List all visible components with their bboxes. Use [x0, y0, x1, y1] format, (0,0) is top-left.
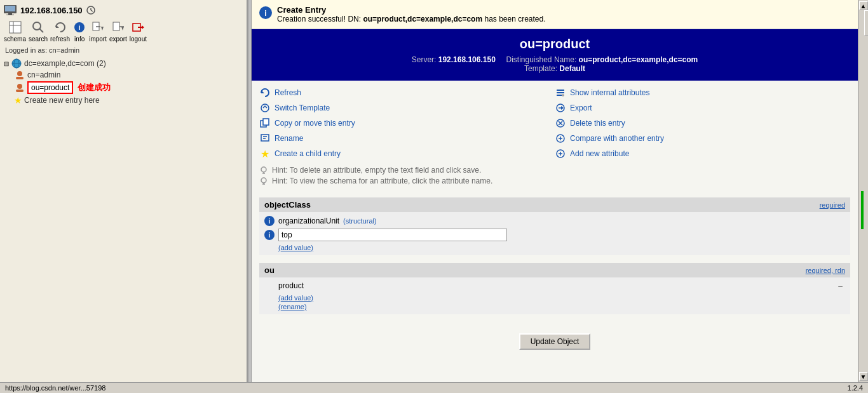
tree-root[interactable]: ⊟ dc=example,dc=com (2)	[4, 58, 243, 69]
svg-marker-31	[261, 90, 264, 93]
svg-text:i: i	[79, 23, 81, 31]
scroll-thumb[interactable]	[864, 10, 869, 36]
action-show-internal-label: Show internal attributes	[570, 88, 649, 97]
search-icon	[31, 20, 45, 34]
action-switch-template[interactable]: Switch Template	[259, 102, 555, 114]
svg-line-6	[91, 10, 93, 11]
new-entry-label: Create new entry here	[24, 96, 100, 105]
tree-root-label: dc=example,dc=com (2)	[24, 59, 106, 68]
tree-area: ⊟ dc=example,dc=com (2) cn=admin	[3, 55, 244, 380]
action-copy-move-label: Copy or move this entry	[275, 119, 355, 128]
scrollbar[interactable]: ▲ ▼	[858, 0, 868, 382]
svg-point-29	[17, 84, 22, 89]
export-label: export	[109, 36, 127, 43]
svg-point-32	[261, 104, 269, 112]
import-button[interactable]: import	[89, 20, 107, 43]
export-action-icon	[555, 103, 566, 113]
schema-button[interactable]: schema	[4, 20, 26, 43]
attr-info-icon-ou[interactable]: i	[264, 216, 275, 226]
attr-row-top: i	[264, 229, 845, 241]
svg-rect-1	[5, 6, 15, 11]
hint-bulb-icon-1	[259, 166, 268, 175]
svg-line-11	[39, 29, 43, 32]
attr-header-objectclass: objectClass required	[259, 197, 850, 212]
clock-icon	[86, 6, 95, 15]
banner-dn: ou=product,dc=example,dc=com	[363, 15, 482, 23]
action-show-internal[interactable]: Show internal attributes	[555, 87, 850, 98]
add-value-objectclass[interactable]: (add value)	[278, 244, 845, 251]
refresh-label: refresh	[50, 36, 70, 43]
rename-ou[interactable]: (rename)	[278, 303, 845, 310]
banner-info-icon: i	[259, 6, 272, 19]
ou-icon	[14, 83, 25, 93]
switch-template-icon	[260, 103, 270, 113]
entry-meta: Server: 192.168.106.150 Distinguished Na…	[259, 55, 850, 64]
attr-input-top[interactable]	[278, 229, 507, 241]
hints-area: Hint: To delete an attribute, empty the …	[252, 166, 858, 192]
tree-cn-admin[interactable]: cn=admin	[14, 69, 243, 81]
attr-name-objectclass: objectClass	[264, 200, 311, 210]
refresh-button[interactable]: refresh	[50, 20, 70, 43]
info-button[interactable]: i info	[72, 20, 86, 43]
compare-icon	[555, 133, 566, 143]
action-delete[interactable]: Delete this entry	[555, 117, 850, 129]
created-text: 创建成功	[78, 82, 111, 93]
logout-button[interactable]: logout	[130, 20, 147, 43]
action-rename[interactable]: Rename	[259, 133, 555, 144]
refresh-action-icon	[260, 88, 270, 98]
update-object-button[interactable]: Update Object	[519, 333, 591, 350]
attr-section-ou: ou required, rdn product – (add value) (…	[259, 263, 850, 314]
attr-required-objectclass[interactable]: required	[820, 201, 845, 209]
server-header: 192.168.106.150	[3, 3, 244, 18]
svg-marker-12	[56, 25, 59, 28]
attr-ou-links: (add value) (rename)	[278, 294, 845, 310]
attr-section-objectclass: objectClass required i organizationalUni…	[259, 197, 850, 255]
svg-rect-28	[16, 77, 24, 79]
attr-structural-badge[interactable]: (structural)	[343, 217, 377, 225]
action-compare[interactable]: Compare with another entry	[555, 133, 850, 144]
svg-point-55	[261, 167, 266, 172]
attr-body-ou: product – (add value) (rename)	[259, 277, 850, 314]
svg-marker-45	[561, 106, 564, 110]
action-create-child[interactable]: ★ Create a child entry	[259, 148, 555, 159]
star-action-icon: ★	[261, 148, 269, 160]
svg-rect-30	[16, 90, 24, 92]
user-icon	[14, 70, 25, 80]
server-value: 192.168.106.150	[438, 55, 496, 64]
search-button[interactable]: search	[29, 20, 48, 43]
action-create-child-label: Create a child entry	[275, 149, 341, 158]
attr-row-organizationalunit: i organizationalUnit (structural)	[264, 216, 845, 226]
svg-rect-2	[8, 13, 12, 15]
star-icon-tree: ★	[14, 95, 22, 105]
action-copy-move[interactable]: Copy or move this entry	[259, 117, 555, 129]
bottom-bar: https://blog.csdn.net/wer...57198 1.2.4	[0, 382, 868, 393]
svg-rect-35	[261, 135, 269, 141]
add-value-ou[interactable]: (add value)	[278, 294, 845, 302]
attr-info-icon-top[interactable]: i	[264, 230, 275, 240]
schema-label: schema	[4, 36, 26, 43]
svg-rect-18	[113, 22, 119, 30]
right-panel: i Create Entry Creation successful! DN: …	[252, 0, 858, 382]
attr-required-rdn-ou[interactable]: required, rdn	[806, 267, 845, 274]
svg-marker-16	[101, 27, 104, 30]
logged-in-text: Logged in as: cn=admin	[3, 45, 244, 55]
action-add-attr[interactable]: Add new attribute	[555, 148, 850, 159]
left-panel: 192.168.106.150 schema	[0, 0, 248, 382]
scroll-up-button[interactable]: ▲	[859, 1, 868, 10]
action-export[interactable]: Export	[555, 102, 850, 114]
action-refresh[interactable]: Refresh	[259, 87, 555, 98]
tree-new-entry[interactable]: ★ Create new entry here	[14, 95, 243, 106]
tree-ou-product[interactable]: ou=product 创建成功	[14, 81, 243, 95]
action-compare-label: Compare with another entry	[570, 134, 664, 143]
update-btn-area: Update Object	[252, 327, 858, 356]
scroll-down-button[interactable]: ▼	[859, 372, 868, 381]
action-switch-template-label: Switch Template	[275, 103, 330, 112]
template-label: Template:	[524, 64, 557, 73]
banner-suffix: has been created.	[482, 15, 545, 23]
actions-left: Refresh Switch Template	[259, 87, 555, 159]
export-button[interactable]: export	[109, 20, 127, 43]
refresh-icon	[53, 20, 67, 34]
template-row: Template: Default	[259, 64, 850, 73]
copy-move-icon	[260, 118, 270, 128]
banner-text: Create Entry Creation successful! DN: ou…	[277, 5, 546, 23]
